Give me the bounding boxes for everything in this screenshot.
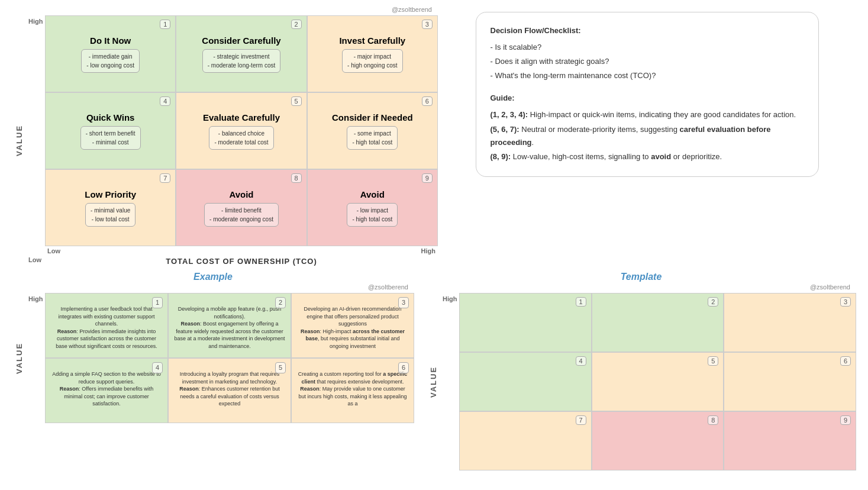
cell-7-title: Low Priority [85,189,136,199]
y-low-label: Low [28,256,43,263]
cell-2-title: Consider Carefully [202,36,280,46]
ex-cell-3-text: Developing an AI-driven recommendation e… [296,305,409,350]
ex-cell-2-number: 2 [275,297,286,308]
question-3: - What's the long-term maintenance cost … [491,69,804,82]
ex-cell-3: 3 Developing an AI-driven recommendation… [291,293,414,358]
ex-cell-6: 6 Creating a custom reporting tool for a… [291,358,414,423]
cell-7-desc: - minimal value- low total cost [85,203,135,227]
decision-box: Decision Flow/Checklist: - Is it scalabl… [476,12,819,177]
cell-5: 5 Evaluate Carefully - balanced choice- … [176,92,306,169]
example-matrix-grid: 1 Implementing a user feedback tool that… [45,293,414,423]
x-axis-scale: Low High [45,247,438,254]
guide-item-3: (8, 9): Low-value, high-cost items, sign… [491,150,804,163]
y-axis-label: VALUE [12,15,26,266]
cell-1: 1 Do It Now - immediate gain- low ongoin… [45,15,176,92]
x-axis-row: Low High [45,247,438,254]
tmpl-cell-3-number: 3 [840,297,851,307]
cell-9: 9 Avoid - low impact- high total cost [307,169,438,246]
example-y-axis-label: VALUE [12,293,26,423]
ex-cell-4: 4 Adding a simple FAQ section to the web… [45,358,168,423]
watermark-template: @zsoltberend [426,283,856,291]
cell-1-desc: - immediate gain- low ongoing cost [81,49,140,73]
cell-9-number: 9 [422,173,433,183]
cell-1-number: 1 [160,20,170,29]
bottom-section: Example @zsoltberend VALUE High Low 1 Im… [0,266,868,476]
tmpl-cell-1-number: 1 [576,297,586,307]
example-row-1: 1 Implementing a user feedback tool that… [45,293,414,358]
x-axis-title: TOTAL COST OF OWNERSHIP (TCO) [45,257,438,266]
cell-7: 7 Low Priority - minimal value- low tota… [45,169,176,246]
question-2: - Does it align with strategic goals? [491,55,804,68]
tmpl-cell-3: 3 [724,293,856,352]
cell-6: 6 Consider if Needed - some impact- high… [307,92,438,169]
cell-3-number: 3 [422,20,433,29]
tmpl-cell-1: 1 [459,293,592,352]
template-row-3: 7 8 9 [459,411,856,470]
cell-5-title: Evaluate Carefully [203,112,280,122]
watermark-top: @zsoltberend [12,6,438,13]
cell-8-number: 8 [291,173,302,183]
matrix-and-x-axis: 1 Do It Now - immediate gain- low ongoin… [45,15,438,266]
template-row-2: 4 5 6 [459,352,856,411]
template-title: Template [426,272,856,282]
example-row-2: 4 Adding a simple FAQ section to the web… [45,358,414,423]
cell-2: 2 Consider Carefully - strategic investm… [176,15,306,92]
example-title: Example [12,272,414,282]
main-matrix-container: @zsoltberend VALUE High Low 1 [12,6,438,266]
ex-cell-2-text: Developing a mobile app feature (e.g., p… [173,305,286,350]
cell-1-title: Do It Now [90,36,131,46]
x-low-label: Low [47,247,60,254]
template-y-axis-label: VALUE [426,293,440,470]
matrix-row-2: 4 Quick Wins - short term benefit- minim… [45,92,438,169]
watermark-example: @zsoltberend [12,283,414,291]
cell-6-desc: - some impact- high total cost [347,126,398,150]
cell-9-title: Avoid [360,189,385,199]
cell-8: 8 Avoid - limited benefit- moderate ongo… [176,169,306,246]
tmpl-cell-2: 2 [592,293,724,352]
template-container: Template @zsoltberend VALUE High Low 1 [426,272,856,470]
template-y-high: High [443,295,457,302]
example-matrix-wrap: 1 Implementing a user feedback tool that… [45,293,414,423]
tmpl-cell-4: 4 [459,352,592,411]
tmpl-cell-7-number: 7 [576,415,586,425]
ex-cell-6-number: 6 [398,362,409,373]
decision-panel: Decision Flow/Checklist: - Is it scalabl… [438,6,856,266]
matrix-row-1: 1 Do It Now - immediate gain- low ongoin… [45,15,438,92]
question-1: - Is it scalable? [491,41,804,54]
example-y-scale: High Low [26,293,45,423]
cell-2-desc: - strategic investment- moderate long-te… [202,49,281,73]
matrix-row-3: 7 Low Priority - minimal value- low tota… [45,169,438,246]
cell-3-desc: - major impact- high ongoing cost [342,49,403,73]
guide-item-1: (1, 2, 3, 4): High-impact or quick-win i… [491,108,804,121]
guide-title: Guide: [491,92,804,105]
cell-7-number: 7 [160,173,170,183]
ex-cell-1-number: 1 [152,297,163,308]
matrix-axis-wrapper: VALUE High Low 1 Do It Now - imm [12,15,438,266]
tmpl-cell-6: 6 [724,352,856,411]
example-y-high: High [28,295,43,302]
y-high-label: High [28,18,43,25]
tmpl-cell-9-number: 9 [840,415,851,425]
cell-2-number: 2 [291,20,302,29]
cell-3-title: Invest Carefully [339,36,405,46]
ex-cell-4-number: 4 [152,362,163,373]
template-axis-wrapper: VALUE High Low 1 2 [426,293,856,470]
y-axis-scale: High Low [26,15,45,266]
template-matrix-wrap: 1 2 3 4 [459,293,856,470]
ex-cell-2: 2 Developing a mobile app feature (e.g.,… [168,293,291,358]
ex-cell-6-text: Creating a custom reporting tool for a s… [296,370,409,408]
template-y-scale: High Low [440,293,459,470]
ex-cell-3-number: 3 [398,297,409,308]
template-matrix-grid: 1 2 3 4 [459,293,856,470]
ex-cell-1-text: Implementing a user feedback tool that i… [50,305,163,350]
top-section: @zsoltberend VALUE High Low 1 [0,0,868,266]
cell-4-desc: - short term benefit- minimal cost [80,126,141,150]
example-axis-wrapper: VALUE High Low 1 Implementing a user fee… [12,293,414,423]
ex-cell-5-text: Introducing a loyalty program that requi… [173,370,286,408]
page-wrapper: @zsoltberend VALUE High Low 1 [0,0,868,476]
cell-5-number: 5 [291,96,302,106]
tmpl-cell-2-number: 2 [708,297,718,307]
ex-cell-5: 5 Introducing a loyalty program that req… [168,358,291,423]
tmpl-cell-5-number: 5 [708,356,718,366]
cell-8-desc: - limited benefit- moderate ongoing cost [204,203,279,227]
